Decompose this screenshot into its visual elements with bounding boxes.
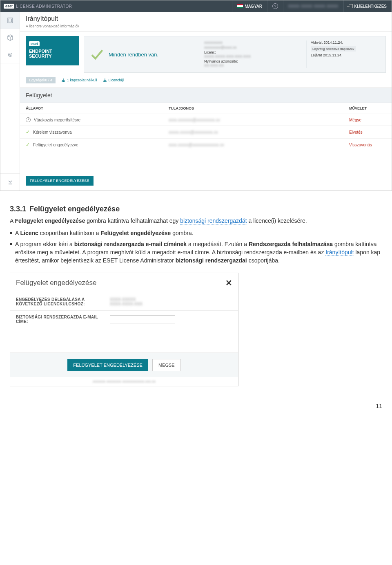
eset-badge: eset <box>4 4 14 9</box>
status-card: Minden rendben van. xxxxxxxxxx xxxxxxxxx… <box>84 36 386 73</box>
product-brand-badge: eset <box>29 41 40 46</box>
app-topbar: eset LICENSE ADMINISTRATOR MAGYAR ? XXXX… <box>0 0 392 12</box>
close-icon[interactable]: ✕ <box>225 278 232 288</box>
collapse-icon <box>7 179 13 185</box>
user-key: XXXX XXXX XXXX XXXX <box>283 0 343 12</box>
gear-icon <box>7 52 13 58</box>
action-revoke[interactable]: Visszavonás <box>349 143 372 147</box>
side-rail <box>0 12 20 191</box>
license-dates: Aktivált 2014.11.24. Lejáratig hátralévő… <box>306 40 372 68</box>
bullet-2: A program ekkor kéri a biztonsági rendsz… <box>10 240 382 265</box>
activated-date: Aktivált 2014.11.24. <box>311 40 372 45</box>
authorize-button[interactable]: FELÜGYELET ENGEDÉLYEZÉSE <box>67 359 148 371</box>
dialog-key-value: XXXX-XXXXX XXXX-XXXX-XXX <box>110 297 143 306</box>
logout-icon <box>349 4 353 8</box>
auth-management-button[interactable]: FELÜGYELET ENGEDÉLYEZÉSE <box>26 176 94 186</box>
col-action: MŰVELET <box>349 106 386 110</box>
rail-collapse[interactable] <box>0 173 20 191</box>
email-field[interactable] <box>110 315 175 323</box>
product-name-2: SECURITY <box>29 54 76 58</box>
table-row: ✓Kérelem visszavonva xxxxx.xxxxx@xxxxxxx… <box>20 126 392 139</box>
section-heading: 3.3.1Felügyelet engedélyezése <box>10 205 382 213</box>
product-card: eset ENDPOINT SECURITY <box>26 36 79 65</box>
dialog-footer-blur: xxxxxxx xxxxxxxx xxxxxxxxxxxx.xxx.xx <box>10 377 238 386</box>
col-owner: TULAJDONOS <box>169 106 349 110</box>
days-remaining-badge: Lejáratig hátralévő napok287 <box>311 46 356 52</box>
brand-text: LICENSE ADMINISTRATOR <box>16 4 72 9</box>
link-security-admin[interactable]: biztonsági rendszergazdát <box>180 217 247 224</box>
status-text: Minden rendben van. <box>109 52 158 58</box>
units-badge: Egységek0 / 4 <box>26 77 56 83</box>
clock-icon <box>26 117 31 122</box>
help-icon: ? <box>272 3 278 9</box>
intro-paragraph: A Felügyelet engedélyezése gombra kattin… <box>10 217 382 225</box>
svg-point-2 <box>8 53 12 56</box>
check-icon <box>90 47 104 61</box>
cancel-button[interactable]: MÉGSE <box>152 359 181 371</box>
logout-button[interactable]: KIJELENTKEZÉS <box>343 0 392 12</box>
document-body: 3.3.1Felügyelet engedélyezése A Felügyel… <box>0 191 392 265</box>
col-status: ÁLLAPOT <box>26 106 169 110</box>
svg-rect-0 <box>8 18 13 23</box>
dialog-label-email: BIZTONSÁGI RENDSZERGAZDA E-MAIL CÍME: <box>16 315 110 324</box>
dashboard-icon <box>7 17 13 24</box>
page-subtitle: A licencre vonatkozó információk <box>26 24 386 28</box>
brand-logo: eset LICENSE ADMINISTRATOR <box>0 0 75 12</box>
check-icon: ✓ <box>26 129 30 135</box>
action-cancel[interactable]: Mégse <box>349 118 361 122</box>
download-icon <box>103 78 107 82</box>
rail-settings[interactable] <box>0 46 20 63</box>
expiry-date: Lejárat 2015.11.24. <box>311 53 372 57</box>
licfile-link[interactable]: Licencfájl <box>103 78 124 82</box>
rail-cube[interactable] <box>0 29 20 46</box>
dialog-title: Felügyelet engedélyezése <box>16 279 97 287</box>
download-icon <box>61 78 65 82</box>
action-dismiss[interactable]: Elvetés <box>349 130 363 135</box>
link-dashboard[interactable]: Irányítópult <box>325 249 354 256</box>
bullet-1: A Licenc csoportban kattintson a Felügye… <box>10 229 382 237</box>
svg-point-3 <box>9 54 11 56</box>
dialog-label-key: ENGEDÉLYEZÉS DELEGÁLÁSA A KÖVETKEZŐ LICE… <box>16 297 110 306</box>
language-selector[interactable]: MAGYAR <box>232 0 267 12</box>
check-icon: ✓ <box>26 142 30 148</box>
rail-dashboard[interactable] <box>0 12 20 29</box>
license-meta: xxxxxxxxxx xxxxxxxxx@xxxx.xx Licenc: XXX… <box>200 40 306 68</box>
management-heading: Felügyelet <box>20 87 392 103</box>
svg-rect-1 <box>9 19 11 22</box>
product-name-1: ENDPOINT <box>29 49 76 54</box>
offline-link[interactable]: 1 kapcsolat nélküli <box>61 78 97 82</box>
table-row: Várakozás megerősítésre xxxx.xxxxxxx@xxx… <box>20 114 392 126</box>
flag-icon <box>237 4 243 8</box>
logout-label: KIJELENTKEZÉS <box>354 4 387 9</box>
page-number: 11 <box>0 386 392 413</box>
page-title: Irányítópult <box>26 15 386 22</box>
help-button[interactable]: ? <box>267 0 283 12</box>
dialog-screenshot: Felügyelet engedélyezése ✕ ENGEDÉLYEZÉS … <box>10 273 238 386</box>
cube-icon <box>7 34 13 41</box>
table-header: ÁLLAPOT TULAJDONOS MŰVELET <box>20 103 392 114</box>
language-label: MAGYAR <box>245 4 262 9</box>
table-row: ✓Felügyelet engedélyezve xxxx.xxxxx@xxxx… <box>20 139 392 151</box>
